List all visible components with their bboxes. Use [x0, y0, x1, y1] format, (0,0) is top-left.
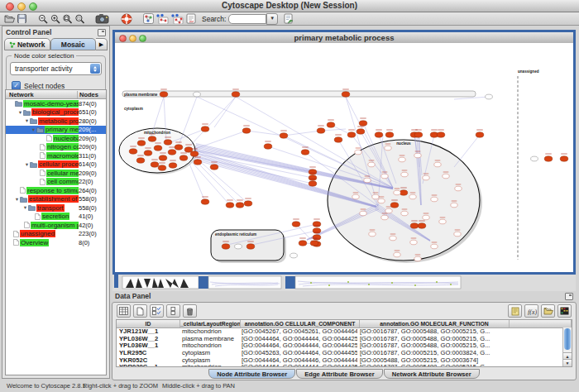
search-dropdown-arrow-icon[interactable]: ▼ — [266, 13, 278, 25]
annotation-icon[interactable] — [184, 13, 197, 24]
new-attribute-icon[interactable] — [133, 304, 147, 318]
table-header[interactable]: ID_cellularLayoutRegionannotation.GO CEL… — [117, 320, 572, 328]
save-icon[interactable] — [16, 13, 28, 24]
tree-row[interactable]: mosaic-demo-yeast874(0) — [6, 99, 106, 108]
table-row[interactable]: YPL036W__1mitochondrion[GO:0044464, GO:0… — [117, 342, 572, 350]
tree-row-count: 558(0) — [79, 195, 106, 203]
browser-tab[interactable]: Node Attribute Browser — [208, 369, 295, 379]
tree-row-label: transport — [36, 204, 65, 212]
layout-2-icon[interactable] — [170, 13, 184, 24]
table-row[interactable]: YDR039C__1mitochondrion[GO:0044464, GO:0… — [117, 364, 572, 367]
network-window-titlebar[interactable]: primary metabolic process — [115, 32, 573, 44]
tree-row[interactable]: macromolecule311(0) — [6, 151, 106, 160]
help-ring-icon[interactable] — [119, 13, 134, 24]
browser-tab[interactable]: Network Attribute Browser — [384, 369, 480, 379]
svg-text:unassigned: unassigned — [518, 69, 539, 74]
browser-tab[interactable]: Edge Attribute Browser — [296, 369, 383, 379]
tab-network[interactable]: Network — [4, 38, 50, 50]
svg-text:plasma membrane: plasma membrane — [124, 93, 158, 97]
table-column-header[interactable]: _cellularLayoutRegion — [180, 320, 241, 327]
table-cell: YDR039C__1 — [117, 364, 179, 367]
scroll-down-icon[interactable]: ▼ — [563, 359, 572, 366]
select-nodes-label: Select nodes — [24, 82, 65, 90]
matrix-icon[interactable] — [557, 304, 572, 318]
table-column-header[interactable]: ID — [117, 320, 180, 327]
tab-mosaic[interactable]: Mosaic — [50, 38, 97, 50]
data-panel-toolbar: f(x) — [112, 303, 576, 319]
search-label: Search: — [202, 15, 226, 23]
data-panel-title: Data Panel — [115, 292, 151, 300]
float-panel-icon[interactable] — [98, 29, 106, 36]
tree-row[interactable]: response to stimulu264(0) — [6, 186, 106, 195]
svg-text:f(x): f(x) — [528, 308, 537, 315]
tree-col-network[interactable]: Network — [6, 91, 78, 98]
table-row[interactable]: YLR295Ccytoplasm[GO:0045263, GO:0044464,… — [117, 350, 572, 357]
import-network-icon[interactable] — [282, 13, 294, 24]
zoom-selected-icon[interactable] — [74, 13, 86, 24]
zoom-out-icon[interactable] — [36, 13, 49, 24]
table-row[interactable]: YPL036W__2plasma membrane[GO:0044464, GO… — [117, 336, 572, 343]
open-folder-icon[interactable] — [3, 13, 16, 24]
tree-row-count: 264(0) — [79, 187, 106, 194]
table-cell: YLR295C — [117, 350, 179, 357]
tree-row-count: 651(0) — [79, 108, 106, 116]
expand-arrow-icon[interactable]: ▼ — [24, 162, 30, 167]
vizmapper-icon[interactable] — [142, 13, 155, 24]
file-icon — [40, 179, 45, 185]
search-input[interactable] — [228, 14, 266, 24]
table-row[interactable]: YKR052Ccytoplasm[GO:0044464, GO:0044446,… — [117, 357, 572, 365]
table-column-header[interactable]: annotation.GO MOLECULAR_FUNCTION — [360, 320, 510, 327]
formula-icon[interactable]: f(x) — [524, 304, 538, 318]
expand-arrow-icon[interactable]: ▼ — [14, 197, 20, 202]
tree-row-count: 874(0) — [79, 100, 106, 108]
tree-row[interactable]: ▼cellular process614(0) — [6, 160, 106, 170]
tree-col-nodes[interactable]: Nodes — [78, 91, 106, 98]
tree-row[interactable]: ▼transport558(0) — [6, 203, 106, 213]
tree-header[interactable]: Network Nodes — [6, 90, 106, 99]
expand-arrow-icon[interactable]: ▼ — [22, 205, 28, 210]
folder-icon — [20, 196, 27, 203]
tree-row[interactable]: nucleobase-209(0) — [6, 134, 106, 143]
table-column-header[interactable]: annotation.GO CELLULAR_COMPONENT — [241, 320, 360, 327]
data-panel-float-icon[interactable] — [565, 293, 573, 300]
network-window-title: primary metabolic process — [115, 33, 573, 42]
file-icon — [40, 144, 45, 151]
open-attributes-icon[interactable] — [541, 304, 555, 318]
tree-row[interactable]: cell communicat22(0) — [6, 178, 106, 187]
tree-row[interactable]: ▼primary metabo209(... — [6, 126, 106, 135]
unselect-attributes-icon[interactable] — [166, 304, 180, 318]
delete-attribute-trash-icon[interactable] — [183, 304, 197, 318]
expand-arrow-icon[interactable]: ▼ — [24, 118, 30, 123]
tree-row[interactable]: ▼metabolic process280(0) — [6, 117, 106, 126]
snapshot-camera-icon[interactable] — [94, 13, 111, 24]
tree-row-count: 209(0) — [79, 170, 106, 177]
attribute-grid-icon[interactable] — [117, 304, 131, 318]
file-icon — [20, 187, 26, 194]
notes-icon[interactable] — [508, 304, 522, 318]
tree-row[interactable]: nitrogen compo209(0) — [6, 143, 106, 152]
tree-row[interactable]: unassigned223(0) — [6, 230, 106, 239]
tree-row[interactable]: ▼establishment of lo558(0) — [6, 195, 106, 204]
table-cell: [GO:0016787, GO:0005215, GO:0003824, G..… — [357, 350, 506, 357]
table-cell: mitochondrion — [179, 342, 239, 350]
layout-1-icon[interactable] — [155, 13, 170, 24]
expand-arrow-icon[interactable]: ▼ — [17, 110, 23, 115]
table-scrollbar[interactable]: ▲ ▼ — [562, 327, 572, 366]
table-row[interactable]: YJR121W__1mitochondrion[GO:0045267, GO:0… — [117, 328, 572, 336]
tree-row[interactable]: cellular metabol209(0) — [6, 169, 106, 178]
select-attributes-icon[interactable] — [150, 304, 164, 318]
tree-row[interactable]: secretion41(0) — [6, 213, 106, 222]
tab-overflow-arrow-icon[interactable]: ▶ — [96, 38, 108, 50]
scrollbar-thumb[interactable] — [564, 328, 571, 350]
zoom-in-icon[interactable] — [49, 13, 61, 24]
tree-row-label: mosaic-demo-yeast — [23, 100, 79, 108]
tree-row[interactable]: ▼biological_process651(0) — [6, 108, 106, 117]
network-canvas[interactable]: plasma membranecytoplasmmitochondrionnuc… — [115, 43, 573, 272]
color-attribute-dropdown[interactable]: transporter activity — [10, 62, 102, 75]
expand-arrow-icon[interactable]: ▼ — [31, 127, 36, 132]
tree-row[interactable]: Overview8(0) — [6, 238, 106, 247]
tree-row[interactable]: multi-organism pro42(0) — [6, 221, 106, 230]
tree-row-count: 614(0) — [79, 160, 106, 168]
zoom-fit-icon[interactable] — [61, 13, 74, 24]
tree-row-count: 42(0) — [79, 222, 106, 229]
